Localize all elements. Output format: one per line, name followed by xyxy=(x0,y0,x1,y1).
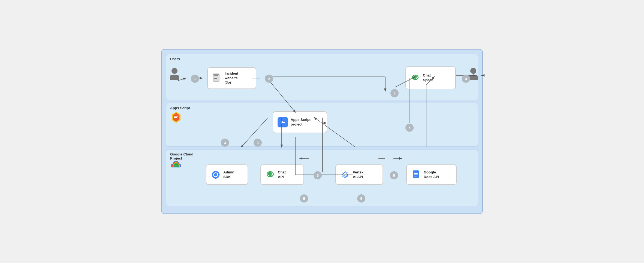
users-lane-title: Users xyxy=(170,57,180,61)
step-circle-5-bottom2: 5 xyxy=(357,194,365,203)
chat-space-box: ChatSpace xyxy=(405,66,456,89)
user-figure-right xyxy=(469,68,478,80)
chat-space-label: ChatSpace xyxy=(423,73,433,82)
svg-rect-3 xyxy=(214,78,217,79)
google-docs-label: GoogleDocs API xyxy=(424,170,439,179)
incident-website-icon xyxy=(212,73,222,83)
svg-rect-48 xyxy=(413,170,417,178)
svg-rect-1 xyxy=(214,75,218,76)
cloud-logo-icon xyxy=(170,160,182,171)
svg-rect-52 xyxy=(414,176,417,176)
svg-point-36 xyxy=(345,173,346,174)
svg-point-28 xyxy=(271,173,272,174)
step-circle-5-chat: 5 xyxy=(314,171,322,179)
incident-website-label: Incidentwebsite(3p) xyxy=(225,71,238,85)
step-circle-1: 1 xyxy=(191,75,199,83)
svg-rect-18 xyxy=(282,122,285,123)
cloud-lane: Google CloudProject AdminSDK xyxy=(166,149,478,206)
svg-point-33 xyxy=(348,172,348,173)
step-circle-3-center: 3 xyxy=(254,139,262,147)
svg-point-39 xyxy=(344,175,345,176)
vertex-ai-label: VertexAI API xyxy=(353,170,363,179)
svg-rect-4 xyxy=(213,74,219,75)
svg-rect-50 xyxy=(414,173,418,174)
step-circle-5-vertex: 5 xyxy=(390,171,398,179)
user-figure-left xyxy=(170,68,179,80)
svg-point-40 xyxy=(346,175,347,176)
svg-point-26 xyxy=(269,173,270,174)
incident-website-box: Incidentwebsite(3p) xyxy=(207,67,256,89)
svg-point-42 xyxy=(342,176,343,177)
apps-lane-title: Apps Script xyxy=(170,106,190,110)
svg-point-35 xyxy=(344,173,345,174)
step-circle-2: 2 xyxy=(265,75,273,83)
svg-point-11 xyxy=(415,77,416,78)
vertex-ai-box: VertexAI API xyxy=(335,164,383,185)
svg-rect-2 xyxy=(214,77,218,77)
admin-sdk-label: AdminSDK xyxy=(223,170,234,179)
svg-rect-51 xyxy=(414,175,418,175)
step-circle-3-left: 3 xyxy=(221,139,229,147)
google-docs-icon xyxy=(411,170,421,180)
admin-sdk-icon xyxy=(211,170,221,180)
apps-script-project-icon xyxy=(278,117,288,127)
step-circle-3-top: 3 xyxy=(390,89,399,97)
svg-point-10 xyxy=(414,77,415,78)
cloud-lane-title: Google CloudProject xyxy=(170,152,193,160)
chat-api-box: ChatAPI xyxy=(260,164,304,185)
step-circle-5-bottom: 5 xyxy=(300,194,308,203)
apps-script-logo-icon xyxy=(170,111,182,124)
svg-rect-15 xyxy=(174,116,178,117)
svg-point-30 xyxy=(343,172,344,173)
chat-space-icon xyxy=(410,73,420,83)
main-diagram: Users 1 Incidentwebsite(3p) 2 xyxy=(161,49,483,214)
step-circle-4: 4 xyxy=(462,75,470,83)
users-lane: Users 1 Incidentwebsite(3p) 2 xyxy=(166,54,478,100)
apps-script-lane: Apps Script Apps Scriptproject 3 xyxy=(166,103,478,146)
svg-point-21 xyxy=(214,173,217,176)
admin-sdk-box: AdminSDK xyxy=(206,164,248,185)
apps-script-project-label: Apps Scriptproject xyxy=(291,118,311,127)
apps-script-project-box: Apps Scriptproject xyxy=(273,111,327,133)
chat-api-icon xyxy=(265,170,275,180)
svg-point-27 xyxy=(270,173,271,174)
chat-api-label: ChatAPI xyxy=(278,170,286,179)
svg-point-45 xyxy=(347,176,348,177)
svg-rect-16 xyxy=(174,117,177,118)
step-circle-5-right: 5 xyxy=(405,124,414,132)
svg-point-12 xyxy=(416,77,417,78)
vertex-ai-icon xyxy=(340,170,350,180)
google-docs-box: GoogleDocs API xyxy=(406,164,457,185)
